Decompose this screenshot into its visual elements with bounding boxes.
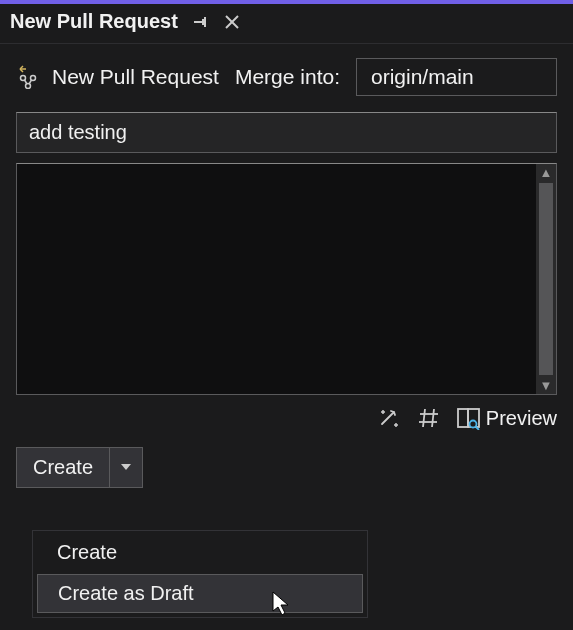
pr-title-input[interactable]: [16, 112, 557, 153]
preview-label: Preview: [486, 407, 557, 430]
create-dropdown-menu: Create Create as Draft: [32, 530, 368, 618]
svg-point-19: [469, 421, 476, 428]
svg-line-14: [432, 409, 434, 427]
svg-point-9: [31, 76, 36, 81]
svg-rect-17: [458, 409, 468, 427]
dropdown-item-label: Create: [57, 541, 117, 563]
title-bar: New Pull Request: [0, 4, 573, 44]
header-row: New Pull Request Merge into: origin/main: [16, 58, 557, 96]
svg-point-8: [21, 76, 26, 81]
scroll-up-arrow-icon[interactable]: ▲: [540, 166, 553, 179]
chevron-down-icon: [120, 459, 132, 477]
header-label: New Pull Request: [52, 65, 219, 89]
svg-rect-0: [194, 21, 202, 23]
svg-rect-2: [204, 17, 206, 27]
create-dropdown-toggle[interactable]: [110, 448, 142, 487]
target-branch-value: origin/main: [371, 65, 474, 88]
close-icon[interactable]: [222, 12, 242, 32]
description-toolbar: Preview: [16, 401, 557, 447]
create-button-label: Create: [33, 456, 93, 478]
window-title: New Pull Request: [10, 10, 178, 33]
pull-request-icon: [16, 65, 40, 89]
svg-line-13: [423, 409, 425, 427]
dropdown-item-create-as-draft[interactable]: Create as Draft: [37, 574, 363, 613]
pr-description-textarea[interactable]: ▲ ▼: [16, 163, 557, 395]
merge-into-label: Merge into:: [235, 65, 340, 89]
target-branch-dropdown[interactable]: origin/main: [356, 58, 557, 96]
create-split-button: Create: [16, 447, 143, 488]
preview-icon: [456, 405, 482, 431]
scroll-down-arrow-icon[interactable]: ▼: [540, 379, 553, 392]
pin-icon[interactable]: [190, 12, 210, 32]
dropdown-item-create[interactable]: Create: [35, 533, 365, 572]
ai-sparkle-icon[interactable]: [376, 405, 402, 431]
svg-point-10: [26, 84, 31, 89]
hash-icon[interactable]: [416, 405, 442, 431]
dropdown-item-label: Create as Draft: [58, 582, 194, 604]
scrollbar-thumb[interactable]: [539, 183, 553, 375]
svg-line-11: [25, 80, 28, 84]
scrollbar[interactable]: ▲ ▼: [536, 164, 556, 394]
create-button[interactable]: Create: [17, 448, 110, 487]
preview-button[interactable]: Preview: [456, 405, 557, 431]
svg-line-12: [29, 80, 32, 84]
svg-rect-1: [202, 19, 204, 25]
